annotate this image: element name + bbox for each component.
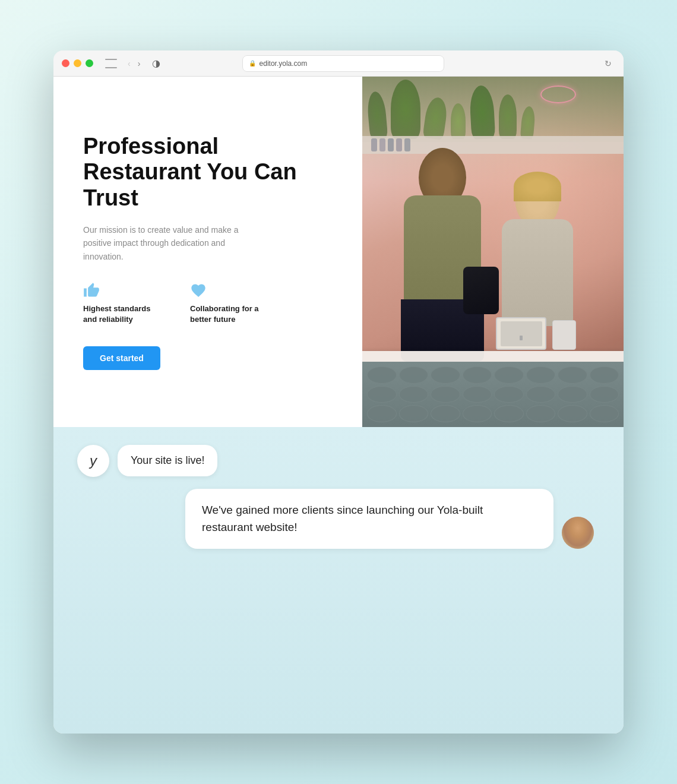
features-row: Highest standards and reliability Collab… bbox=[83, 282, 333, 325]
address-bar[interactable]: 🔒 editor.yola.com bbox=[242, 55, 444, 72]
nav-arrows: ‹ › bbox=[125, 58, 143, 69]
traffic-lights bbox=[62, 59, 93, 67]
back-button[interactable]: ‹ bbox=[125, 58, 133, 69]
url-text: editor.yola.com bbox=[260, 59, 308, 68]
customer-figure bbox=[386, 148, 499, 362]
plant-6 bbox=[499, 94, 517, 139]
plant-2 bbox=[391, 80, 420, 139]
product-2 bbox=[379, 138, 385, 151]
user-avatar bbox=[562, 517, 594, 549]
sidebar-toggle-button[interactable] bbox=[105, 59, 117, 68]
close-button[interactable] bbox=[62, 59, 69, 67]
fullscreen-button[interactable] bbox=[86, 59, 93, 67]
heart-icon bbox=[190, 282, 207, 299]
feature-label-standards: Highest standards and reliability bbox=[83, 304, 166, 325]
website-section: Professional Restaurant You Can Trust Ou… bbox=[53, 77, 624, 427]
chat-section: y Your site is live! We've gained more c… bbox=[53, 427, 624, 734]
outgoing-bubble: We've gained more clients since launchin… bbox=[185, 489, 553, 549]
get-started-button[interactable]: Get started bbox=[83, 346, 160, 370]
restaurant-photo bbox=[362, 77, 624, 427]
feature-item-standards: Highest standards and reliability bbox=[83, 282, 166, 325]
plant-3 bbox=[422, 96, 448, 140]
yola-avatar: y bbox=[77, 445, 109, 477]
thumbs-up-icon bbox=[83, 282, 100, 299]
plant-1 bbox=[366, 91, 388, 140]
reload-button[interactable]: ↻ bbox=[601, 58, 615, 69]
lock-icon: 🔒 bbox=[249, 60, 256, 67]
neon-sign bbox=[540, 86, 576, 103]
plant-4 bbox=[451, 103, 466, 139]
website-hero-image bbox=[362, 77, 624, 427]
plant-7 bbox=[520, 106, 536, 140]
incoming-bubble: Your site is live! bbox=[118, 445, 217, 476]
chat-message-outgoing: We've gained more clients since launchin… bbox=[77, 489, 600, 549]
site-description: Our mission is to create value and make … bbox=[83, 223, 261, 263]
titlebar: ‹ › ◑ 🔒 editor.yola.com ↻ bbox=[53, 50, 624, 77]
mac-browser-window: ‹ › ◑ 🔒 editor.yola.com ↻ Professional R… bbox=[53, 50, 624, 734]
counter-surface bbox=[362, 351, 624, 362]
brightness-icon: ◑ bbox=[152, 58, 160, 69]
chat-message-incoming: y Your site is live! bbox=[77, 445, 600, 477]
user-avatar-image bbox=[562, 517, 594, 549]
laptop-prop bbox=[496, 317, 546, 350]
counter-base bbox=[362, 362, 624, 427]
feature-item-collaborating: Collaborating for a better future bbox=[190, 282, 273, 325]
browser-content: Professional Restaurant You Can Trust Ou… bbox=[53, 77, 624, 734]
plant-shelf bbox=[362, 77, 624, 142]
plant-5 bbox=[469, 85, 496, 140]
forward-button[interactable]: › bbox=[135, 58, 143, 69]
website-left-panel: Professional Restaurant You Can Trust Ou… bbox=[53, 77, 362, 427]
pos-terminal bbox=[552, 320, 576, 350]
site-headline: Professional Restaurant You Can Trust bbox=[83, 134, 333, 211]
minimize-button[interactable] bbox=[74, 59, 81, 67]
feature-label-collaborating: Collaborating for a better future bbox=[190, 304, 273, 325]
product-1 bbox=[371, 138, 377, 151]
